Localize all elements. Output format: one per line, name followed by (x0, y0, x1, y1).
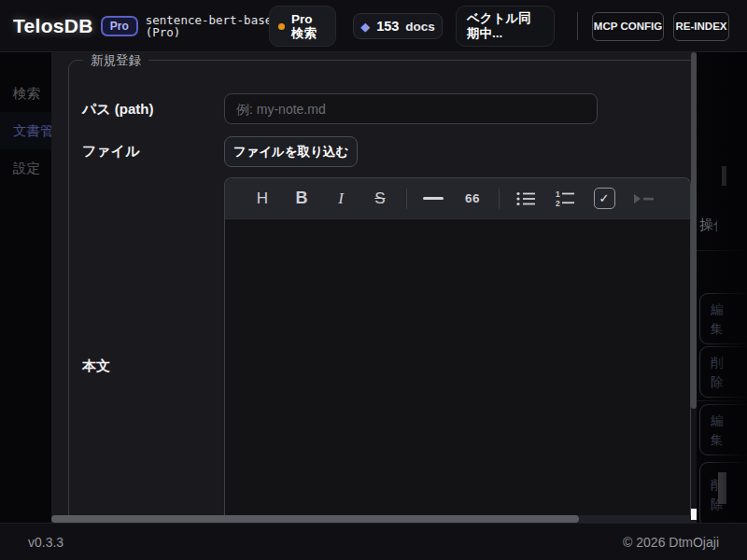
task-checkbox-icon[interactable]: ✓ (591, 185, 617, 213)
strikethrough-icon[interactable]: S (367, 185, 393, 213)
row-edit-label: 編集 (711, 300, 725, 339)
mcp-config-button[interactable]: MCP CONFIG (592, 12, 664, 41)
numbered-list-glyph: 1 2 (556, 190, 574, 207)
toolbar-divider (499, 189, 500, 209)
app-version: v0.3.3 (28, 535, 63, 550)
numbered-list-icon[interactable]: 1 2 (552, 185, 578, 213)
row-delete-button[interactable]: 削除 (699, 346, 747, 398)
vector-sync-button[interactable]: ベクトル同期中... (456, 6, 555, 47)
bullet-list-glyph (516, 191, 535, 206)
italic-icon[interactable]: I (328, 185, 354, 213)
vertical-scrollbar-thumb[interactable] (691, 52, 697, 409)
fieldset-legend: 新規登録 (83, 52, 148, 69)
pro-badge: Pro (101, 16, 138, 36)
bullet-list-icon[interactable] (513, 185, 539, 213)
file-label: ファイル (82, 143, 139, 161)
svg-text:2: 2 (556, 198, 560, 207)
path-input[interactable] (224, 93, 598, 124)
blockquote-icon[interactable]: 66 (459, 185, 486, 213)
clipped-glyph-fragment (722, 166, 726, 186)
status-footer: v0.3.3 © 2026 DtmOjaji (0, 523, 747, 560)
actions-column-header: 操作 (699, 217, 717, 233)
horizontal-scrollbar-thumb[interactable] (51, 515, 579, 523)
scrollbar-corner-marker (691, 509, 697, 520)
vector-sync-label: ベクトル同期中... (467, 11, 543, 41)
docs-unit: docs (405, 20, 435, 34)
pro-search-button[interactable]: Pro 検索 (269, 6, 336, 47)
checkbox-glyph: ✓ (594, 188, 615, 209)
header-divider (577, 12, 578, 40)
indent-glyph (633, 191, 654, 206)
rich-text-editor: H B I S 66 1 (224, 177, 691, 515)
row-edit-button[interactable]: 編集 (699, 404, 747, 455)
reindex-button[interactable]: RE-INDEX (673, 12, 729, 41)
editor-content[interactable] (225, 219, 690, 515)
pro-search-label: Pro 検索 (291, 12, 327, 40)
app-logo: TelosDB (13, 15, 93, 37)
clipped-glyph-fragment (718, 472, 726, 504)
heading-icon[interactable]: H (249, 185, 275, 213)
app-root: TelosDB Pro sentence-bert-base-ja (Pro) … (0, 0, 747, 560)
file-import-button[interactable]: ファイルを取り込む (224, 136, 358, 167)
table-row-divider (697, 400, 747, 401)
horizontal-rule-icon[interactable] (420, 185, 446, 213)
path-label: パス (path) (82, 101, 154, 119)
editor-toolbar: H B I S 66 1 (225, 178, 690, 219)
actions-table-fragment: 操作 編集 削除 編集 削除 (697, 52, 747, 523)
table-header-divider (697, 250, 747, 251)
status-dot-icon (278, 23, 285, 30)
docs-count-badge: ◆ 153 docs (353, 13, 443, 39)
horizontal-rule-glyph (423, 197, 444, 200)
horizontal-scrollbar[interactable] (51, 515, 697, 523)
row-delete-label: 削除 (711, 353, 725, 392)
copyright-text: © 2026 DtmOjaji (623, 535, 719, 550)
docs-count: 153 (376, 19, 399, 34)
document-register-panel: 新規登録 パス (path) ファイル ファイルを取り込む 本文 H B I S… (51, 52, 691, 515)
diamond-icon: ◆ (360, 20, 370, 34)
vertical-scrollbar[interactable] (691, 52, 697, 515)
body-label: 本文 (82, 357, 110, 375)
app-header: TelosDB Pro sentence-bert-base-ja (Pro) … (0, 0, 747, 52)
indent-icon[interactable] (630, 185, 656, 213)
toolbar-divider (406, 189, 407, 209)
bold-icon[interactable]: B (289, 185, 315, 213)
row-edit-button[interactable]: 編集 (699, 293, 747, 344)
row-edit-label: 編集 (711, 411, 725, 450)
